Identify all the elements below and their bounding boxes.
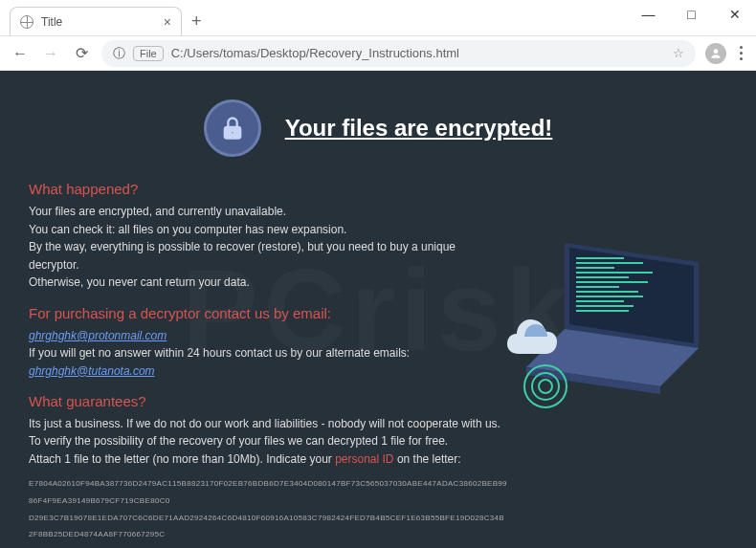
file-badge: File [133,46,164,61]
menu-button[interactable] [736,42,746,64]
svg-rect-5 [576,276,629,278]
guarantees-heading: What guarantees? [29,393,507,409]
email-link-1[interactable]: ghrghghk@protonmail.com [29,329,167,342]
info-icon: ⓘ [113,45,125,62]
close-tab-icon[interactable]: × [164,14,171,30]
purchase-heading: For purchasing a decryptor contact us by… [29,305,507,321]
svg-rect-8 [576,291,638,293]
svg-point-0 [714,49,719,54]
page-content: PCrisk [0,71,756,548]
reload-button[interactable]: ⟳ [71,43,92,64]
hex-id-block: E7804A02610F94BA387736D2479AC115B8823170… [29,475,507,548]
svg-point-15 [539,380,552,393]
lock-icon [204,99,261,157]
svg-rect-2 [576,262,643,264]
personal-id-label: personal ID [335,452,393,466]
globe-icon [20,15,33,29]
svg-rect-10 [576,300,624,302]
svg-rect-1 [576,257,624,259]
svg-rect-4 [576,272,653,274]
what-happened-heading: What happened? [29,181,507,197]
svg-rect-9 [576,296,643,297]
laptop-illustration [488,233,737,425]
close-window-button[interactable]: ✕ [713,0,756,29]
svg-rect-6 [576,281,648,283]
alternate-note: If you will get no answer within 24 hour… [29,344,507,362]
profile-avatar[interactable] [705,43,726,64]
tab-title: Title [41,15,62,29]
maximize-button[interactable]: □ [670,0,713,29]
svg-rect-11 [576,305,634,307]
guarantees-text: Its just a business. If we do not do our… [29,415,507,469]
back-button[interactable]: ← [10,43,31,64]
new-tab-button[interactable]: + [182,8,211,35]
svg-rect-3 [576,267,614,269]
svg-rect-12 [576,310,629,312]
page-title: Your files are encrypted! [285,115,553,142]
minimize-button[interactable]: — [627,0,670,29]
svg-rect-7 [576,286,619,288]
what-happened-text: Your files are encrypted, and currently … [29,203,507,292]
forward-button[interactable]: → [40,43,61,64]
svg-point-17 [231,131,234,135]
url-text: C:/Users/tomas/Desktop/Recovery_Instruct… [171,46,459,60]
email-link-2[interactable]: ghrghghk@tutanota.com [29,364,155,378]
address-bar[interactable]: ⓘ File C:/Users/tomas/Desktop/Recovery_I… [101,40,696,67]
browser-tab[interactable]: Title × [10,7,182,35]
bookmark-star-icon[interactable]: ☆ [673,46,684,60]
